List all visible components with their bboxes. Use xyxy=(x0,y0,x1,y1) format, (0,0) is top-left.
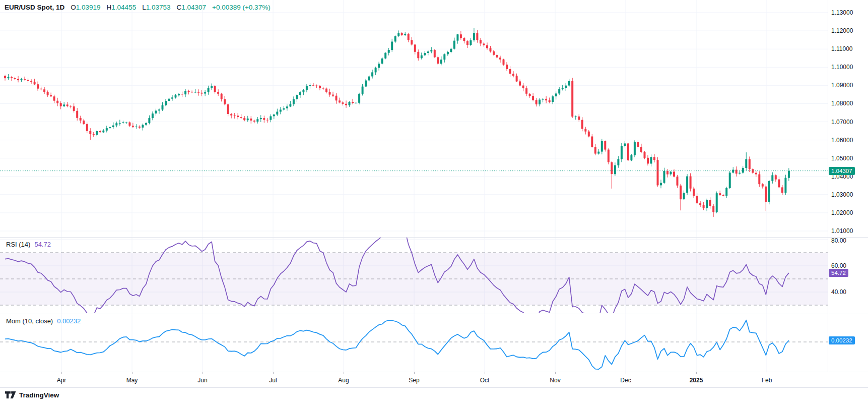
rsi-value: 54.72 xyxy=(34,241,51,248)
time-axis-tick xyxy=(344,372,344,374)
price-axis-label: 1.05000 xyxy=(831,155,853,162)
ohlc-high: H1.04455 xyxy=(107,4,137,11)
time-scale[interactable]: AprMayJunJulAugSepOctNovDec2025Feb xyxy=(0,372,868,388)
time-axis-label: Apr xyxy=(57,377,66,384)
change-value: +0.00389 (+0.37%) xyxy=(212,4,271,11)
tradingview-chart: EUR/USD Spot, 1D O1.03919 H1.04455 L1.03… xyxy=(0,0,868,405)
time-axis-label: Jun xyxy=(197,377,207,384)
time-axis-tick xyxy=(555,372,556,374)
momentum-indicator-label[interactable]: Mom (10, close) 0.00232 xyxy=(6,317,81,325)
time-axis-tick xyxy=(767,372,767,374)
time-axis-label: Nov xyxy=(550,377,560,384)
price-axis-label: 1.07000 xyxy=(831,119,853,126)
price-axis-label: 1.09000 xyxy=(831,82,853,89)
time-axis-tick xyxy=(485,372,485,374)
symbol-header[interactable]: EUR/USD Spot, 1D O1.03919 H1.04455 L1.03… xyxy=(5,4,271,11)
price-axis-label: 1.11000 xyxy=(831,45,853,52)
ohlc-open: O1.03919 xyxy=(71,4,100,11)
momentum-title: Mom (10, close) xyxy=(6,317,53,325)
symbol-title[interactable]: EUR/USD Spot, 1D xyxy=(5,4,64,11)
rsi-title: RSI (14) xyxy=(6,241,30,248)
rsi-axis-label: 60.00 xyxy=(831,262,846,269)
chart-plot-area[interactable] xyxy=(0,0,828,372)
price-axis-label: 1.08000 xyxy=(831,100,853,107)
price-axis-label: 1.03000 xyxy=(831,191,853,198)
time-axis-label: Sep xyxy=(409,377,419,384)
price-axis-label: 1.06000 xyxy=(831,137,853,144)
time-axis-label: May xyxy=(126,377,138,384)
price-axis-label: 1.02000 xyxy=(831,209,853,216)
price-axis-label: 1.01000 xyxy=(831,227,853,235)
pane-separator-rsi-mom[interactable] xyxy=(0,314,868,314)
tradingview-logo[interactable]: TradingView xyxy=(5,391,59,399)
price-scale[interactable]: 1.04307 54.72 0.00232 1.130001.120001.11… xyxy=(828,0,868,372)
footer-bar: TradingView xyxy=(0,387,868,405)
rsi-indicator-label[interactable]: RSI (14) 54.72 xyxy=(6,241,51,248)
rsi-axis-label: 40.00 xyxy=(831,288,846,296)
time-axis-label: Oct xyxy=(480,377,490,384)
time-axis-label: 2025 xyxy=(690,377,703,384)
time-axis-tick xyxy=(696,372,697,374)
price-axis-label: 1.10000 xyxy=(831,64,853,71)
momentum-value-badge: 0.00232 xyxy=(829,336,855,344)
last-price-badge: 1.04307 xyxy=(829,167,855,175)
candlestick-series xyxy=(4,28,790,217)
time-axis-tick xyxy=(273,372,274,374)
tradingview-logo-icon xyxy=(5,391,16,399)
rsi-value-badge: 54.72 xyxy=(829,269,848,277)
time-axis-label: Jul xyxy=(269,377,277,384)
price-axis-label: 1.13000 xyxy=(831,9,853,16)
pane-separator-price-rsi[interactable] xyxy=(0,237,868,238)
time-axis-label: Aug xyxy=(338,377,349,384)
time-axis-tick xyxy=(132,372,132,374)
momentum-line xyxy=(5,320,789,369)
ohlc-low: L1.03753 xyxy=(142,4,170,11)
price-axis-label: 1.12000 xyxy=(831,27,853,34)
time-axis-tick xyxy=(626,372,626,374)
momentum-value: 0.00232 xyxy=(57,317,81,325)
tradingview-logo-text: TradingView xyxy=(19,391,59,399)
time-axis-label: Feb xyxy=(762,377,772,384)
time-axis-tick xyxy=(203,372,203,374)
time-axis-tick xyxy=(414,372,415,374)
time-axis-label: Dec xyxy=(620,377,631,384)
ohlc-close: C1.04307 xyxy=(176,4,206,11)
time-axis-tick xyxy=(61,372,62,374)
rsi-axis-label: 80.00 xyxy=(831,237,846,244)
